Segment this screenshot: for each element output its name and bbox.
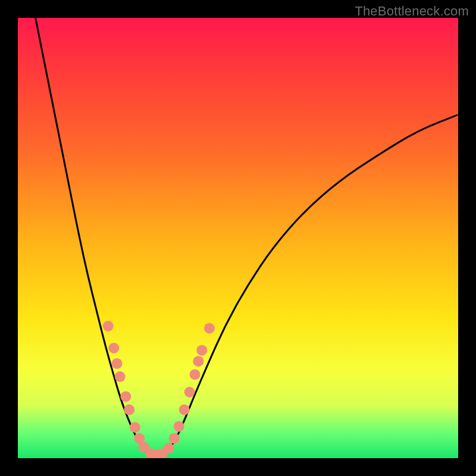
plot-area xyxy=(18,18,458,458)
data-marker xyxy=(103,321,114,331)
data-marker xyxy=(169,433,180,444)
data-marker xyxy=(120,391,131,402)
bottleneck-curve xyxy=(36,18,458,456)
chart-container: TheBottleneck.com xyxy=(0,0,476,476)
data-marker xyxy=(193,356,203,367)
data-marker xyxy=(115,371,126,382)
data-marker xyxy=(196,345,207,356)
data-marker xyxy=(124,405,134,415)
data-marker xyxy=(164,443,174,453)
data-marker xyxy=(184,387,195,397)
data-marker xyxy=(112,358,123,369)
data-marker xyxy=(174,421,184,432)
data-marker xyxy=(204,323,215,334)
chart-svg xyxy=(18,18,458,458)
watermark-text: TheBottleneck.com xyxy=(355,4,469,19)
data-marker xyxy=(190,369,201,380)
data-marker xyxy=(108,343,119,353)
data-marker xyxy=(130,422,140,433)
data-marker xyxy=(179,405,190,415)
